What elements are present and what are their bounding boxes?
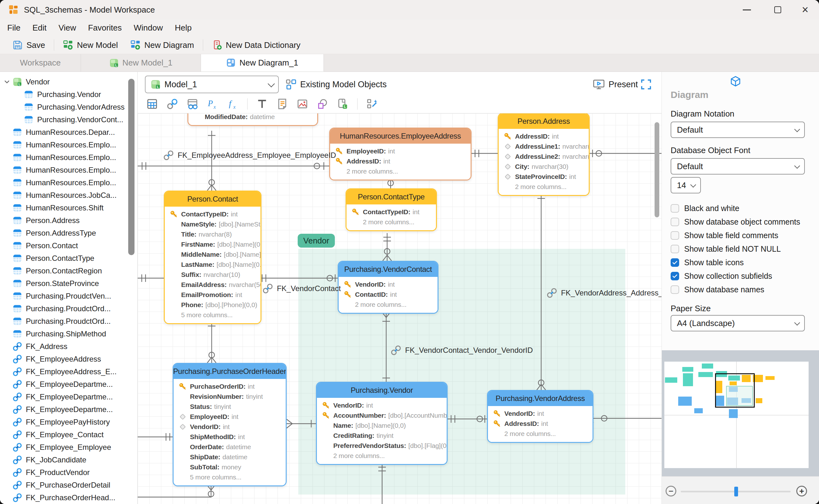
- checkbox-show-collection-subfields[interactable]: Show collection subfields: [671, 269, 772, 283]
- diagram-table-person-contacttype[interactable]: Person.ContactTypeContactTypeID:int2 mor…: [346, 188, 437, 231]
- menu-favorites[interactable]: Favorites: [82, 23, 128, 33]
- sidebar-item-humanresources-shift[interactable]: HumanResources.Shift: [0, 202, 137, 214]
- zoom-out-button[interactable]: −: [666, 486, 676, 496]
- sidebar-item-purchasing-proudctord-[interactable]: Purchasing.ProudctOrd...: [0, 315, 137, 328]
- new-layer-tool-icon[interactable]: L: [336, 98, 350, 110]
- paper-size-dropdown[interactable]: A4 (Landscape): [671, 315, 805, 331]
- sidebar-scrollbar[interactable]: [128, 79, 135, 255]
- table-header[interactable]: Purchasing.PurchaseOrderHeader: [174, 364, 286, 379]
- diagram-notation-dropdown[interactable]: Default: [671, 122, 805, 138]
- table-header[interactable]: Person.Address: [499, 114, 589, 129]
- checkbox-unchecked-icon[interactable]: [671, 204, 679, 213]
- sidebar-item-fk-employeeaddress-e-[interactable]: FK_EmployeeAddress_E...: [0, 365, 137, 378]
- sidebar-item-vendor[interactable]: LVendor: [0, 76, 137, 88]
- sidebar-item-purchasing-proudctven-[interactable]: Purchasing.ProudctVen...: [0, 290, 137, 302]
- more-columns-row[interactable]: 2 more columns...: [339, 300, 438, 310]
- existing-model-objects-button[interactable]: Existing Model Objects: [286, 76, 387, 93]
- sidebar-item-humanresources-emplo-[interactable]: HumanResources.Emplo...: [0, 139, 137, 151]
- checkbox-unchecked-icon[interactable]: [671, 245, 679, 253]
- sidebar-item-person-addresstype[interactable]: Person.AddressType: [0, 227, 137, 239]
- fullscreen-icon[interactable]: [640, 79, 652, 90]
- diagram-table-partial[interactable]: ModifiedDate:datetime: [187, 113, 318, 126]
- maximize-button[interactable]: [764, 0, 792, 20]
- more-columns-row[interactable]: 2 more columns...: [330, 166, 471, 176]
- object-font-dropdown[interactable]: Default: [671, 158, 805, 175]
- checkbox-show-database-object-comments[interactable]: Show database object comments: [671, 215, 800, 229]
- diagram-table-purchasing-purchaseorderheader[interactable]: Purchasing.PurchaseOrderHeaderPurchaseOr…: [173, 363, 287, 486]
- new-data-dictionary-button[interactable]: New Data Dictionary: [206, 38, 307, 52]
- tab-workspace[interactable]: Workspace: [0, 54, 81, 72]
- diagram-table-person-contact[interactable]: Person.ContactContactTypeID:intNameStyle…: [164, 191, 261, 324]
- table-header[interactable]: Person.ContactType: [347, 189, 436, 204]
- sidebar-item-fk-jobcandidate[interactable]: FK_JobCandidate: [0, 454, 137, 466]
- sidebar-item-humanresources-emplo-[interactable]: HumanResources.Emplo...: [0, 164, 137, 176]
- checkbox-unchecked-icon[interactable]: [671, 218, 679, 226]
- new-view-tool-icon[interactable]: [186, 98, 199, 110]
- more-columns-row[interactable]: 5 more columns...: [165, 310, 261, 320]
- sidebar-item-fk-employeedepartme-[interactable]: FK_EmployeeDepartme...: [0, 403, 137, 416]
- table-header[interactable]: Person.Contact: [165, 192, 261, 207]
- fk-label-fk-employeeaddress-employee-employeeid[interactable]: FK_EmployeeAddress_Employee_EmployeeID: [163, 150, 336, 161]
- minimap[interactable]: [664, 362, 809, 468]
- more-columns-row[interactable]: 2 more columns...: [317, 451, 447, 461]
- save-button[interactable]: Save: [6, 38, 51, 52]
- sidebar-item-fk-employeedepartme-[interactable]: FK_EmployeeDepartme...: [0, 378, 137, 391]
- sidebar-item-person-contacttype[interactable]: Person.ContactType: [0, 252, 137, 265]
- more-columns-row[interactable]: 2 more columns...: [499, 182, 589, 192]
- menu-help[interactable]: Help: [169, 23, 198, 33]
- diagram-table-humanresources-employeeaddress[interactable]: HumanResources.EmployeeAddressEmployeeID…: [329, 128, 472, 180]
- sidebar-item-purchasing-proudctord-[interactable]: Purchasing.ProudctOrd...: [0, 302, 137, 315]
- minimize-button[interactable]: [733, 0, 761, 20]
- sidebar-item-fk-employeepayhistory[interactable]: FK_EmployeePayHistory: [0, 416, 137, 428]
- table-header[interactable]: HumanResources.EmployeeAddress: [330, 129, 471, 144]
- checkbox-checked-icon[interactable]: [671, 258, 679, 267]
- new-diagram-button[interactable]: New Diagram: [124, 38, 200, 52]
- sidebar-item-fk-employeeaddress[interactable]: FK_EmployeeAddress: [0, 353, 137, 365]
- sidebar-item-person-contact[interactable]: Person.Contact: [0, 239, 137, 252]
- diagram-canvas[interactable]: Vendor ModifiedDate:datetimeHumanResourc…: [138, 113, 661, 504]
- sidebar-item-purchasing-vendorcont-[interactable]: Purchasing.VendorCont...: [0, 113, 137, 126]
- new-magic-tool-icon[interactable]: [365, 98, 379, 110]
- canvas-scrollbar[interactable]: [655, 122, 659, 217]
- new-param-tool-icon[interactable]: Px: [206, 98, 220, 110]
- minimap-viewport[interactable]: [715, 373, 755, 408]
- diagram-table-person-address[interactable]: Person.AddressAddressID:intAddressLine1:…: [498, 113, 590, 196]
- diagram-table-purchasing-vendorcontact[interactable]: Purchasing.VendorContactVendorID:intCont…: [338, 261, 438, 314]
- sidebar-item-purchasing-shipmethod[interactable]: Purchasing.ShipMethod: [0, 328, 137, 340]
- new-table-tool-icon[interactable]: [145, 98, 159, 110]
- sidebar-item-humanresources-emplo-[interactable]: HumanResources.Emplo...: [0, 176, 137, 189]
- checkbox-show-table-field-not-null[interactable]: Show table field NOT NULL: [671, 242, 781, 256]
- menu-view[interactable]: View: [53, 23, 82, 33]
- sidebar-item-purchasing-vendoradress[interactable]: Purchasing.VendorAdress: [0, 101, 137, 113]
- sidebar-item-fk-productvendor[interactable]: FK_ProductVendor: [0, 466, 137, 479]
- more-columns-row[interactable]: 2 more columns...: [347, 217, 436, 227]
- checkbox-black-and-white[interactable]: Black and white: [671, 202, 739, 215]
- checkbox-show-table-icons[interactable]: Show table icons: [671, 256, 744, 269]
- sidebar-item-fk-employeedepartme-[interactable]: FK_EmployeeDepartme...: [0, 391, 137, 403]
- fk-label-fk-vendorcontact-vendor-vendorid[interactable]: FK_VendorContact_Vendor_VendorID: [391, 345, 533, 356]
- sidebar-item-fk-purchaseorderhead-[interactable]: FK_PurchaseOrderHead...: [0, 491, 137, 504]
- new-model-button[interactable]: New Model: [57, 38, 124, 52]
- diagram-table-purchasing-vendor[interactable]: Purchasing.VendorVendorID:intAccountNumb…: [316, 382, 448, 465]
- sidebar-item-fk-purchaseorderdetail[interactable]: FK_PurchaseOrderDetail: [0, 479, 137, 491]
- checkbox-show-table-field-comments[interactable]: Show table field comments: [671, 229, 778, 242]
- table-header[interactable]: Purchasing.VendorContact: [339, 262, 438, 277]
- menu-file[interactable]: File: [1, 23, 26, 33]
- vendor-region-label[interactable]: Vendor: [298, 234, 335, 248]
- sidebar-item-fk-employee-contact[interactable]: FK_Employee_Contact: [0, 428, 137, 441]
- checkbox-checked-icon[interactable]: [671, 272, 679, 280]
- sidebar-item-person-stateprovince[interactable]: Person.StateProvince: [0, 277, 137, 290]
- checkbox-show-database-names[interactable]: Show database names: [671, 283, 764, 296]
- sidebar-item-fk-address[interactable]: FK_Address: [0, 340, 137, 353]
- close-button[interactable]: ×: [791, 0, 819, 20]
- sidebar-item-fk-employee-employee[interactable]: FK_Employee_Employee: [0, 441, 137, 454]
- new-image-tool-icon[interactable]: [295, 98, 309, 110]
- sidebar-item-humanresources-emplo-[interactable]: HumanResources.Emplo...: [0, 151, 137, 164]
- fk-label-fk-vendorcontact[interactable]: FK_VendorContact: [262, 283, 341, 294]
- sidebar-item-person-address[interactable]: Person.Address: [0, 214, 137, 227]
- font-size-dropdown[interactable]: 14: [671, 177, 701, 193]
- tab-new-model_1[interactable]: LNew Model_1: [81, 54, 201, 72]
- sidebar-item-person-contactregion[interactable]: Person.ContactRegion: [0, 265, 137, 277]
- table-header[interactable]: Purchasing.Vendor: [317, 383, 447, 398]
- new-func-tool-icon[interactable]: fx: [226, 98, 240, 110]
